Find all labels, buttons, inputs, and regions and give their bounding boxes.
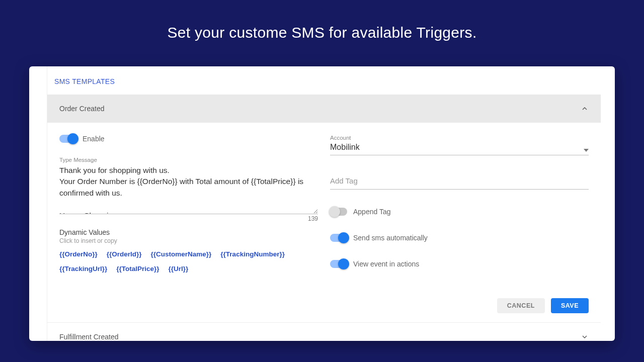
card-content: SMS TEMPLATES Order Created Enable Type … — [47, 66, 601, 341]
page-heading: Set your custome SMS for available Trigg… — [0, 0, 644, 41]
chip-url[interactable]: {{Url}} — [169, 265, 189, 273]
enable-toggle-row: Enable — [59, 135, 318, 143]
caret-down-icon — [584, 146, 589, 151]
send-auto-label: Send sms automatically — [353, 234, 428, 242]
save-button[interactable]: Save — [551, 298, 589, 313]
account-value: Mobilink — [330, 143, 589, 152]
accordion-header-fulfillment-created[interactable]: Fulfillment Created — [47, 322, 601, 341]
section-title: SMS TEMPLATES — [47, 66, 601, 95]
right-gutter — [601, 66, 615, 341]
chip-tracking-number[interactable]: {{TrackingNumber}} — [220, 250, 285, 258]
template-panel: Enable Type Message 139 Dynamic Values C… — [47, 123, 601, 298]
enable-toggle[interactable] — [59, 135, 76, 143]
send-auto-row: Send sms automatically — [330, 234, 589, 242]
append-tag-row: Append Tag — [330, 208, 589, 216]
dynamic-values-list: {{OrderNo}} {{OrderId}} {{CustomerName}}… — [59, 250, 318, 273]
add-tag-input[interactable] — [330, 171, 589, 190]
accordion-title: Order Created — [59, 105, 104, 113]
actions-row: Cancel Save — [47, 298, 601, 322]
chevron-down-icon — [581, 333, 589, 341]
append-tag-label: Append Tag — [353, 208, 390, 216]
account-label: Account — [330, 135, 589, 141]
right-column: Account Mobilink Append Tag Send sms aut… — [330, 135, 589, 286]
templates-card: SMS TEMPLATES Order Created Enable Type … — [29, 66, 615, 341]
dynamic-values-subtitle: Click to insert or copy — [59, 237, 318, 244]
char-count: 139 — [59, 215, 318, 222]
dynamic-values-title: Dynamic Values — [59, 228, 318, 236]
chip-tracking-url[interactable]: {{TrackingUrl}} — [59, 265, 107, 273]
accordion-title-collapsed: Fulfillment Created — [59, 333, 119, 341]
view-events-label: View event in actions — [353, 260, 419, 268]
account-select[interactable]: Mobilink — [330, 142, 589, 155]
left-column: Enable Type Message 139 Dynamic Values C… — [59, 135, 318, 286]
send-auto-toggle[interactable] — [330, 234, 347, 242]
enable-toggle-label: Enable — [83, 135, 105, 143]
chip-order-id[interactable]: {{OrderId}} — [107, 250, 142, 258]
chip-total-price[interactable]: {{TotalPrice}} — [116, 265, 159, 273]
view-events-row: View event in actions — [330, 260, 589, 268]
left-gutter — [29, 66, 47, 341]
view-events-toggle[interactable] — [330, 260, 347, 268]
message-textarea[interactable] — [59, 164, 318, 214]
chip-customer-name[interactable]: {{CustomerName}} — [151, 250, 212, 258]
accordion-header-order-created[interactable]: Order Created — [47, 95, 601, 123]
chevron-up-icon — [581, 105, 589, 113]
cancel-button[interactable]: Cancel — [497, 298, 545, 313]
message-label: Type Message — [59, 157, 318, 163]
append-tag-toggle[interactable] — [330, 208, 347, 216]
chip-order-no[interactable]: {{OrderNo}} — [59, 250, 98, 258]
